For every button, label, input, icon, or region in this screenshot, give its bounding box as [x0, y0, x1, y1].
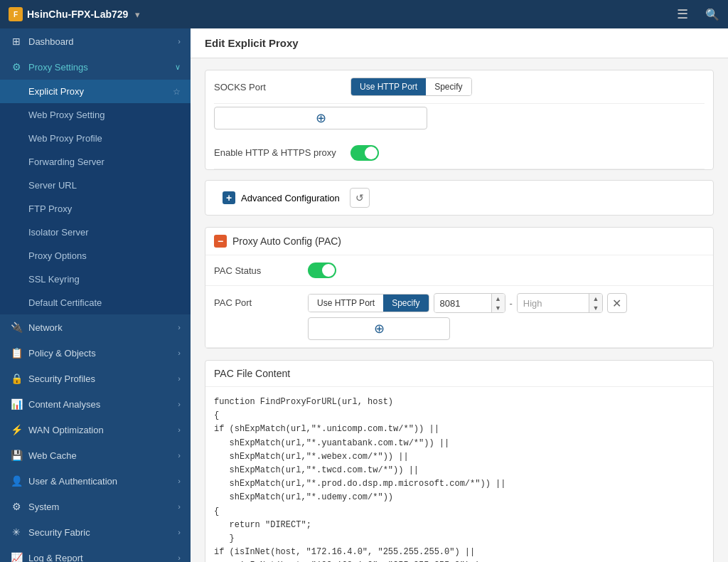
pac-port-input[interactable]	[434, 295, 491, 312]
sidebar-item-policy-objects[interactable]: 📋 Policy & Objects ›	[0, 340, 191, 366]
ftp-proxy-label: FTP Proxy	[28, 203, 72, 214]
topbar-logo: F HsinChu-FPX-Lab729	[9, 7, 128, 21]
enable-https-label: Enable HTTP & HTTPS proxy	[214, 147, 342, 158]
x-icon: ✕	[612, 297, 621, 310]
pac-port-btn-group: Use HTTP Port Specify	[308, 294, 429, 312]
pac-port-delete-btn[interactable]: ✕	[607, 293, 627, 313]
pac-port-high-wrap: ▲ ▼	[517, 293, 603, 313]
main-layout: ⊞ Dashboard › ⚙ Proxy Settings ∨ Explici…	[0, 28, 728, 562]
pac-port-row: PAC Port Use HTTP Port Specify ▲	[205, 286, 713, 348]
pac-port-high-input[interactable]	[518, 295, 589, 312]
dropdown-icon[interactable]: ▾	[135, 9, 140, 20]
port-dash-separator: -	[510, 298, 513, 309]
sidebar-item-server-url[interactable]: Server URL	[0, 174, 191, 197]
socks-port-row: SOCKS Port Use HTTP Port Specify	[214, 70, 705, 104]
content-analyses-chevron: ›	[178, 400, 181, 408]
pac-file-textarea[interactable]: function FindProxyForURL(url, host) { if…	[205, 387, 713, 562]
sidebar-item-content-analyses[interactable]: 📊 Content Analyses ›	[0, 391, 191, 417]
pac-section: − Proxy Auto Config (PAC) PAC Status PAC…	[205, 227, 714, 349]
security-fabric-label: Security Fabric	[28, 527, 90, 538]
forwarding-server-label: Forwarding Server	[28, 157, 105, 167]
pac-section-label: Proxy Auto Config (PAC)	[232, 235, 341, 247]
pac-collapse-btn[interactable]: −	[214, 235, 227, 248]
specify-btn[interactable]: Specify	[426, 78, 471, 95]
sidebar-item-default-certificate[interactable]: Default Certificate	[0, 291, 191, 314]
sidebar-item-web-proxy-setting[interactable]: Web Proxy Setting	[0, 103, 191, 127]
use-http-port-btn[interactable]: Use HTTP Port	[351, 78, 426, 95]
pac-add-icon: ⊕	[374, 321, 385, 336]
sidebar-item-user-auth[interactable]: 👤 User & Authentication ›	[0, 468, 191, 494]
sidebar-item-isolator-server[interactable]: Isolator Server	[0, 221, 191, 244]
socks-port-btn-group: Use HTTP Port Specify	[350, 78, 472, 96]
sidebar-item-network[interactable]: 🔌 Network ›	[0, 314, 191, 340]
socks-port-add-input[interactable]: ⊕	[214, 107, 427, 129]
sidebar-item-ssl-keyring[interactable]: SSL Keyring	[0, 267, 191, 291]
topbar: F HsinChu-FPX-Lab729 ▾ ☰ 🔍	[0, 0, 728, 28]
pac-port-spin-down[interactable]: ▼	[492, 303, 505, 312]
sidebar-item-security-profiles[interactable]: 🔒 Security Profiles ›	[0, 366, 191, 391]
socks-port-input-row: ⊕	[214, 104, 705, 137]
user-auth-chevron: ›	[178, 477, 181, 485]
pac-section-header[interactable]: − Proxy Auto Config (PAC)	[205, 228, 713, 255]
pac-status-row: PAC Status	[205, 255, 713, 286]
server-url-label: Server URL	[28, 180, 77, 191]
system-icon: ⚙	[10, 501, 23, 512]
web-proxy-setting-label: Web Proxy Setting	[28, 110, 105, 120]
sidebar-item-proxy-settings[interactable]: ⚙ Proxy Settings ∨	[0, 54, 191, 80]
policy-icon: 📋	[10, 347, 23, 359]
pac-use-http-port-btn[interactable]: Use HTTP Port	[309, 295, 383, 312]
advanced-expand-btn[interactable]: +	[223, 191, 235, 204]
sidebar-item-log-report[interactable]: 📈 Log & Report ›	[0, 545, 191, 562]
pac-port-spinner: ▲ ▼	[491, 294, 505, 312]
sidebar-item-system[interactable]: ⚙ System ›	[0, 494, 191, 519]
sidebar-item-forwarding-server[interactable]: Forwarding Server	[0, 150, 191, 174]
pac-status-label: PAC Status	[214, 263, 299, 276]
pac-high-spin-up[interactable]: ▲	[589, 294, 602, 303]
sidebar-item-ftp-proxy[interactable]: FTP Proxy	[0, 197, 191, 221]
star-icon[interactable]: ☆	[173, 87, 181, 97]
network-icon: 🔌	[10, 322, 23, 333]
wan-optimization-label: WAN Optimization	[28, 425, 104, 435]
advanced-config-row: + Advanced Configuration ↺	[214, 181, 705, 215]
sidebar-item-explicit-proxy[interactable]: Explicit Proxy ☆	[0, 80, 191, 103]
explicit-proxy-label: Explicit Proxy	[28, 86, 84, 97]
pac-specify-btn[interactable]: Specify	[383, 295, 428, 312]
advanced-reset-btn[interactable]: ↺	[350, 188, 370, 208]
sidebar-item-wan-optimization[interactable]: ⚡ WAN Optimization ›	[0, 417, 191, 442]
page-title: Edit Explicit Proxy	[205, 37, 299, 49]
security-profiles-label: Security Profiles	[28, 373, 95, 384]
logo-icon: F	[9, 7, 23, 21]
pac-status-toggle[interactable]	[308, 263, 336, 278]
policy-objects-label: Policy & Objects	[28, 348, 96, 359]
content-analyses-label: Content Analyses	[28, 399, 100, 410]
pac-port-controls-container: Use HTTP Port Specify ▲ ▼ -	[308, 293, 627, 340]
sidebar-item-web-proxy-profile[interactable]: Web Proxy Profile	[0, 127, 191, 150]
pac-file-section: PAC File Content function FindProxyForUR…	[205, 360, 714, 562]
pac-port-add-input[interactable]: ⊕	[308, 317, 450, 340]
dashboard-label: Dashboard	[28, 36, 74, 47]
menu-icon[interactable]: ☰	[677, 6, 688, 22]
wan-icon: ⚡	[10, 424, 23, 435]
socks-port-controls: Use HTTP Port Specify	[350, 78, 705, 96]
pac-status-controls	[308, 263, 705, 278]
advanced-config-section: + Advanced Configuration ↺	[205, 180, 714, 216]
enable-https-row: Enable HTTP & HTTPS proxy	[214, 137, 705, 169]
web-cache-chevron: ›	[178, 451, 181, 460]
web-cache-icon: 💾	[10, 450, 23, 461]
ssl-keyring-label: SSL Keyring	[28, 274, 80, 285]
log-report-label: Log & Report	[28, 553, 83, 563]
sidebar-item-dashboard[interactable]: ⊞ Dashboard ›	[0, 28, 191, 54]
log-report-chevron: ›	[178, 553, 181, 562]
proxy-settings-chevron: ∨	[175, 63, 181, 72]
pac-port-label: PAC Port	[214, 293, 299, 308]
content-analyses-icon: 📊	[10, 398, 23, 410]
sidebar-item-proxy-options[interactable]: Proxy Options	[0, 244, 191, 267]
enable-https-toggle[interactable]	[350, 145, 379, 161]
sidebar-item-security-fabric[interactable]: ✳ Security Fabric ›	[0, 519, 191, 545]
system-chevron: ›	[178, 502, 181, 511]
search-icon[interactable]: 🔍	[705, 8, 719, 21]
pac-port-spin-up[interactable]: ▲	[492, 294, 505, 303]
sidebar-item-web-cache[interactable]: 💾 Web Cache ›	[0, 442, 191, 468]
page-header: Edit Explicit Proxy	[191, 28, 728, 58]
pac-high-spin-down[interactable]: ▼	[589, 303, 602, 312]
